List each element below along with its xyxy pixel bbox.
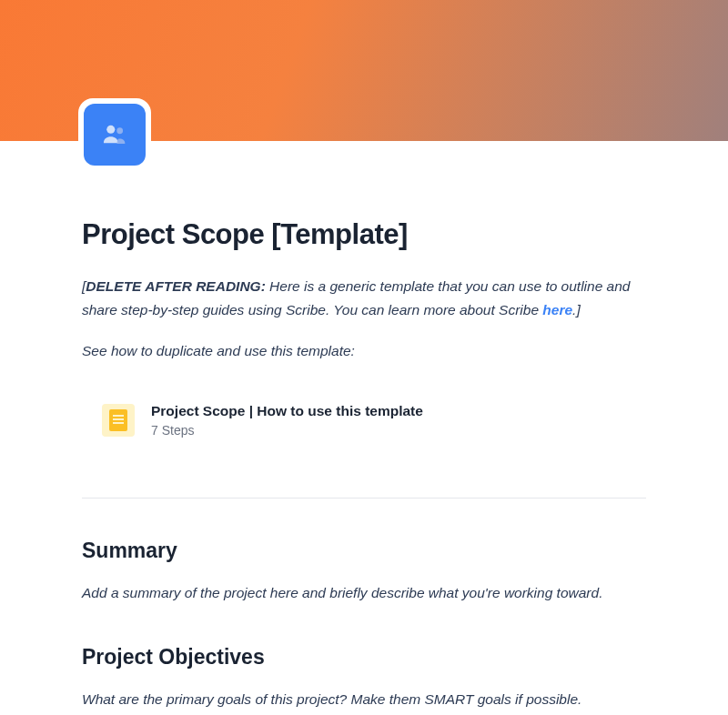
template-info: Project Scope | How to use this template… <box>151 403 626 438</box>
delete-note: [DELETE AFTER READING: Here is a generic… <box>82 275 646 323</box>
template-steps: 7 Steps <box>151 423 626 438</box>
svg-point-0 <box>106 126 115 134</box>
header-banner <box>0 0 728 141</box>
scribe-link[interactable]: here <box>542 302 572 317</box>
content-area: Project Scope [Template] [DELETE AFTER R… <box>0 141 728 712</box>
section-heading-objectives: Project Objectives <box>82 645 646 670</box>
section-text-objectives: What are the primary goals of this proje… <box>82 688 646 711</box>
template-title: Project Scope | How to use this template <box>151 403 626 419</box>
people-icon <box>84 104 146 166</box>
instruction-text: See how to duplicate and use this templa… <box>82 339 646 363</box>
page-icon-container <box>78 98 151 171</box>
document-icon <box>102 404 135 437</box>
note-bracket-close: .] <box>572 302 581 317</box>
section-heading-summary: Summary <box>82 539 646 563</box>
note-label: DELETE AFTER READING: <box>86 278 265 294</box>
divider <box>82 498 646 498</box>
template-card[interactable]: Project Scope | How to use this template… <box>82 388 646 452</box>
page-title: Project Scope [Template] <box>82 218 646 251</box>
section-text-summary: Add a summary of the project here and br… <box>82 581 646 605</box>
svg-point-1 <box>116 127 123 134</box>
